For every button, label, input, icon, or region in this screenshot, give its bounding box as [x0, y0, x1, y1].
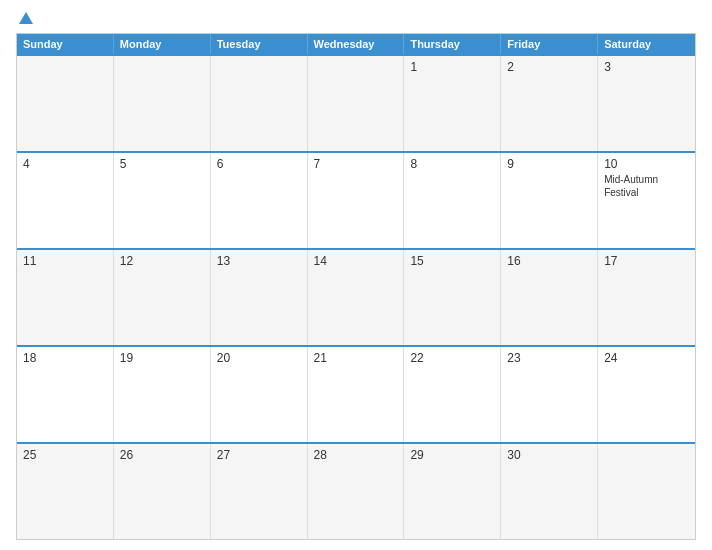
day-cell-4-1: 18	[17, 347, 114, 442]
day-number: 18	[23, 351, 107, 365]
day-number: 5	[120, 157, 204, 171]
day-cell-3-3: 13	[211, 250, 308, 345]
logo	[16, 12, 33, 25]
header-friday: Friday	[501, 34, 598, 54]
day-number: 10	[604, 157, 689, 171]
day-cell-5-1: 25	[17, 444, 114, 539]
week-row-4: 18192021222324	[17, 345, 695, 442]
day-cell-3-2: 12	[114, 250, 211, 345]
day-cell-5-7	[598, 444, 695, 539]
day-cell-4-4: 21	[308, 347, 405, 442]
day-number: 13	[217, 254, 301, 268]
day-number: 14	[314, 254, 398, 268]
day-number: 21	[314, 351, 398, 365]
day-number: 11	[23, 254, 107, 268]
day-cell-2-4: 7	[308, 153, 405, 248]
day-number: 8	[410, 157, 494, 171]
day-number: 2	[507, 60, 591, 74]
day-number: 30	[507, 448, 591, 462]
day-number: 3	[604, 60, 689, 74]
calendar-grid: Sunday Monday Tuesday Wednesday Thursday…	[16, 33, 696, 540]
day-cell-1-3	[211, 56, 308, 151]
day-cell-3-5: 15	[404, 250, 501, 345]
week-rows: 12345678910Mid-Autumn Festival1112131415…	[17, 54, 695, 539]
day-cell-4-3: 20	[211, 347, 308, 442]
day-cell-2-6: 9	[501, 153, 598, 248]
logo-blue-text	[16, 12, 33, 25]
day-number: 28	[314, 448, 398, 462]
day-cell-4-6: 23	[501, 347, 598, 442]
day-number: 22	[410, 351, 494, 365]
day-number: 29	[410, 448, 494, 462]
day-number: 25	[23, 448, 107, 462]
calendar-event: Mid-Autumn Festival	[604, 173, 689, 199]
calendar-page: Sunday Monday Tuesday Wednesday Thursday…	[0, 0, 712, 550]
header-saturday: Saturday	[598, 34, 695, 54]
day-cell-4-2: 19	[114, 347, 211, 442]
day-cell-3-1: 11	[17, 250, 114, 345]
day-cell-5-3: 27	[211, 444, 308, 539]
day-cell-5-6: 30	[501, 444, 598, 539]
header-tuesday: Tuesday	[211, 34, 308, 54]
day-number: 24	[604, 351, 689, 365]
day-cell-5-4: 28	[308, 444, 405, 539]
day-cell-1-6: 2	[501, 56, 598, 151]
day-cell-2-3: 6	[211, 153, 308, 248]
day-number: 19	[120, 351, 204, 365]
logo-triangle-icon	[19, 12, 33, 24]
day-number: 6	[217, 157, 301, 171]
day-cell-1-1	[17, 56, 114, 151]
week-row-2: 45678910Mid-Autumn Festival	[17, 151, 695, 248]
day-cell-1-7: 3	[598, 56, 695, 151]
day-cell-2-2: 5	[114, 153, 211, 248]
day-number: 4	[23, 157, 107, 171]
week-row-5: 252627282930	[17, 442, 695, 539]
day-number: 15	[410, 254, 494, 268]
day-number: 23	[507, 351, 591, 365]
day-number: 26	[120, 448, 204, 462]
week-row-3: 11121314151617	[17, 248, 695, 345]
day-cell-3-6: 16	[501, 250, 598, 345]
day-cell-1-2	[114, 56, 211, 151]
day-cell-4-5: 22	[404, 347, 501, 442]
day-cell-1-5: 1	[404, 56, 501, 151]
header-sunday: Sunday	[17, 34, 114, 54]
day-cell-3-4: 14	[308, 250, 405, 345]
day-cell-2-1: 4	[17, 153, 114, 248]
day-cell-5-2: 26	[114, 444, 211, 539]
day-cell-4-7: 24	[598, 347, 695, 442]
day-number: 16	[507, 254, 591, 268]
day-number: 17	[604, 254, 689, 268]
day-cell-2-7: 10Mid-Autumn Festival	[598, 153, 695, 248]
header-thursday: Thursday	[404, 34, 501, 54]
day-number: 27	[217, 448, 301, 462]
day-headers-row: Sunday Monday Tuesday Wednesday Thursday…	[17, 34, 695, 54]
day-cell-1-4	[308, 56, 405, 151]
day-number: 9	[507, 157, 591, 171]
header-wednesday: Wednesday	[308, 34, 405, 54]
day-cell-2-5: 8	[404, 153, 501, 248]
day-cell-3-7: 17	[598, 250, 695, 345]
day-number: 20	[217, 351, 301, 365]
day-number: 12	[120, 254, 204, 268]
day-number: 7	[314, 157, 398, 171]
day-number: 1	[410, 60, 494, 74]
week-row-1: 123	[17, 54, 695, 151]
day-cell-5-5: 29	[404, 444, 501, 539]
header-monday: Monday	[114, 34, 211, 54]
header	[16, 12, 696, 25]
